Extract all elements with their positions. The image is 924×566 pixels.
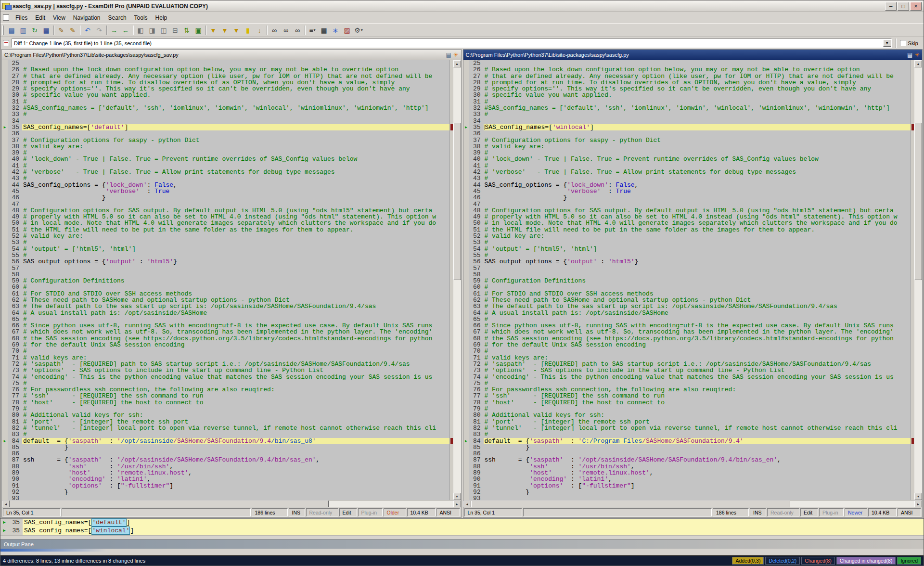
current-diff-row-2[interactable]: ►35SAS_config_names=['winlocal'] bbox=[0, 527, 924, 535]
scroll-left-icon[interactable]: ◄ bbox=[2, 501, 10, 507]
menu-help[interactable]: Help bbox=[152, 13, 171, 23]
second-file-code[interactable]: 2526# Based upon the lock_down configura… bbox=[463, 60, 911, 500]
go-to-icon[interactable]: ↓ bbox=[254, 25, 265, 36]
line-marker bbox=[2, 335, 8, 342]
line-text: 'options' : ["-fullstimer"] bbox=[484, 483, 911, 489]
scroll-down-icon[interactable]: ▼ bbox=[914, 493, 922, 500]
scrollbar-thumb[interactable] bbox=[471, 501, 790, 507]
show-second-pane-icon[interactable]: ◨ bbox=[146, 25, 158, 36]
diff-selector[interactable]: Diff 1: Change 1 line (35, first file) t… bbox=[12, 39, 892, 48]
line-text bbox=[484, 130, 911, 137]
filter-options-icon[interactable]: ▼ bbox=[231, 25, 242, 36]
vertical-scrollbar[interactable]: ▲ ▼ bbox=[914, 60, 922, 500]
line-number: 34 bbox=[8, 118, 22, 124]
filter-icon[interactable]: ▼ bbox=[207, 25, 219, 36]
show-differences-only-icon[interactable]: ▣ bbox=[192, 25, 204, 36]
code-line-90: 90 'encoding' : 'latin1', bbox=[2, 476, 449, 482]
second-file-header[interactable]: C:\Program Files\Python\Python37\Lib\sit… bbox=[463, 50, 923, 60]
print-pane-icon[interactable]: ▤ bbox=[446, 51, 451, 58]
recompare-icon[interactable]: ↻ bbox=[29, 25, 40, 36]
scroll-right-icon[interactable]: ► bbox=[914, 501, 922, 507]
scroll-left-icon[interactable]: ◄ bbox=[463, 501, 471, 507]
horizontal-scrollbar[interactable]: ◄ ► bbox=[463, 500, 923, 507]
line-number: 77 bbox=[469, 393, 484, 399]
line-number: 58 bbox=[8, 271, 22, 278]
line-text: # 'host' - [REQUIRED] the host to connec… bbox=[484, 399, 911, 406]
options-icon[interactable]: ⚙▾ bbox=[353, 25, 364, 36]
scroll-up-icon[interactable]: ▲ bbox=[453, 60, 461, 67]
next-difference-icon[interactable]: → bbox=[108, 25, 120, 36]
scroll-up-icon[interactable]: ▲ bbox=[914, 60, 922, 67]
scroll-right-icon[interactable]: ► bbox=[453, 501, 461, 507]
output-pane-titlebar[interactable]: Output Pane bbox=[0, 539, 924, 549]
synchronize-scrolling-icon[interactable]: ⇅ bbox=[181, 25, 192, 36]
open-first-file-icon[interactable]: ▤ bbox=[6, 25, 17, 36]
line-marker bbox=[2, 470, 8, 476]
code-line-80: 80# Additional valid keys for ssh: bbox=[2, 412, 449, 418]
line-number: 25 bbox=[8, 60, 22, 66]
reload-pane-icon[interactable]: ☀ bbox=[453, 51, 459, 58]
line-text: 'encoding' : 'latin1', bbox=[22, 476, 449, 482]
split-vertical-icon[interactable]: ◫ bbox=[158, 25, 169, 36]
menu-tools[interactable]: Tools bbox=[130, 13, 152, 23]
menu-edit[interactable]: Edit bbox=[31, 13, 49, 23]
edit-first-file-icon[interactable]: ✎ bbox=[55, 25, 67, 36]
menu-view[interactable]: View bbox=[49, 13, 69, 23]
code-line-72: 72# 'saspath' - [REQUIRED] path to SAS s… bbox=[463, 361, 911, 367]
code-line-31: 31# bbox=[2, 99, 449, 105]
save-icon[interactable]: ▦ bbox=[40, 25, 52, 36]
first-file-code[interactable]: 2526# Based upon the lock_down configura… bbox=[2, 60, 449, 500]
changed-line-marker-icon: ► bbox=[463, 438, 469, 444]
menu-search[interactable]: Search bbox=[104, 13, 130, 23]
reload-pane-icon[interactable]: ☀ bbox=[914, 51, 920, 58]
redo-icon[interactable]: ↷ bbox=[93, 25, 105, 36]
vertical-scrollbar[interactable]: ▲ ▼ bbox=[453, 60, 461, 500]
undo-icon[interactable]: ↶ bbox=[82, 25, 93, 36]
close-button[interactable]: × bbox=[910, 2, 922, 11]
find-icon[interactable]: ∞ bbox=[269, 25, 280, 36]
find-prev-icon[interactable]: ∞ bbox=[292, 25, 303, 36]
highlight-icon[interactable]: ▮ bbox=[242, 25, 254, 36]
plugins-icon[interactable]: ∗ bbox=[330, 25, 341, 36]
show-first-pane-icon[interactable]: ◧ bbox=[135, 25, 146, 36]
code-line-51: 51# the HTML file will need to be put in… bbox=[463, 227, 911, 233]
first-file-header[interactable]: C:\Program Files\Python\Python37\Lib\sit… bbox=[2, 50, 461, 60]
file-list-icon[interactable]: ▦ bbox=[318, 25, 330, 36]
line-text: # the SAS session encoding (see https://… bbox=[22, 335, 449, 342]
first-file-path: C:\Program Files\Python\Python37\Lib\sit… bbox=[4, 52, 179, 58]
code-line-86: 86 bbox=[463, 450, 911, 457]
document-icon[interactable] bbox=[3, 14, 9, 21]
maximize-button[interactable]: □ bbox=[898, 2, 909, 11]
menu-files[interactable]: Files bbox=[12, 13, 31, 23]
toolbar-grip[interactable] bbox=[2, 26, 4, 35]
find-next-icon[interactable]: ∞ bbox=[280, 25, 292, 36]
line-number: 35 bbox=[8, 519, 23, 527]
open-second-file-icon[interactable]: ▥ bbox=[17, 25, 29, 36]
view-menu-icon[interactable]: ≡▾ bbox=[307, 25, 318, 36]
menu-navigation[interactable]: Navigation bbox=[69, 13, 104, 23]
current-diff-row-1[interactable]: ►35SAS_config_names=['default'] bbox=[0, 519, 924, 527]
code-line-62: 62# These need path to SASHome and optio… bbox=[2, 297, 449, 303]
line-marker bbox=[463, 60, 469, 66]
chevron-down-icon[interactable]: ▼ bbox=[883, 39, 891, 47]
line-marker bbox=[463, 86, 469, 92]
minimize-button[interactable]: – bbox=[885, 2, 897, 11]
prev-difference-icon[interactable]: ← bbox=[120, 25, 131, 36]
code-line-44: 44SAS_config_options = {'lock_down': Fal… bbox=[2, 182, 449, 188]
scroll-down-icon[interactable]: ▼ bbox=[453, 493, 461, 500]
edit-second-file-icon[interactable]: ✎ bbox=[67, 25, 78, 36]
line-marker bbox=[463, 118, 469, 124]
line-number: 39 bbox=[8, 150, 22, 156]
filter-lines-icon[interactable]: ▼ bbox=[219, 25, 231, 36]
horizontal-scrollbar[interactable]: ◄ ► bbox=[2, 500, 461, 507]
scrollbar-thumb[interactable] bbox=[453, 123, 461, 280]
line-marker bbox=[463, 207, 469, 214]
split-horizontal-icon[interactable]: ⊟ bbox=[169, 25, 181, 36]
skip-checkbox[interactable] bbox=[900, 40, 906, 46]
line-marker bbox=[463, 220, 469, 226]
scrollbar-thumb[interactable] bbox=[10, 501, 329, 507]
ignore-options-icon[interactable]: ▨ bbox=[341, 25, 353, 36]
line-text: # 'saspath' - [REQUIRED] path to SAS sta… bbox=[484, 361, 911, 367]
print-pane-icon[interactable]: ▤ bbox=[907, 51, 912, 58]
scrollbar-thumb[interactable] bbox=[914, 123, 922, 280]
